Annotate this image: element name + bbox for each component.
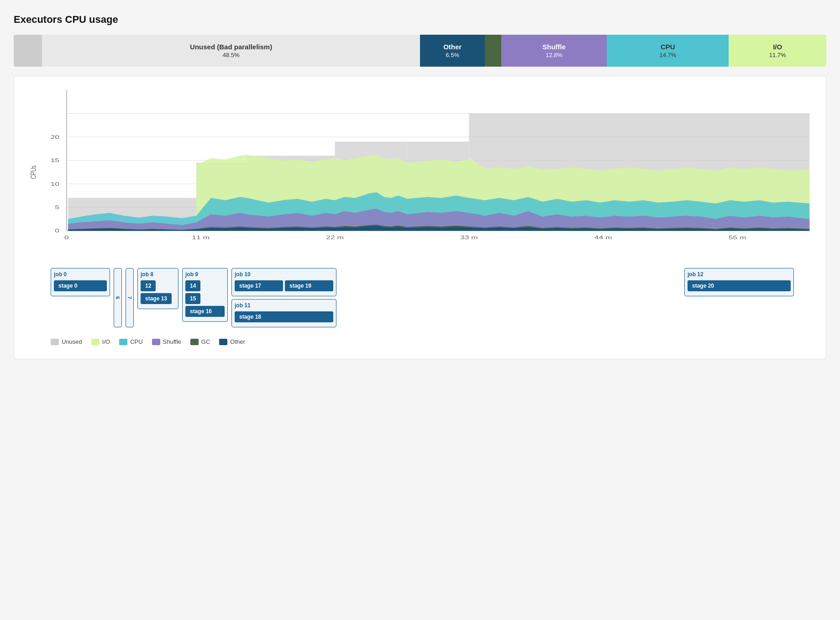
svg-text:CPUs: CPUs xyxy=(29,165,38,179)
jobs-section: job 0 stage 0 6 7 job 8 12 stage 13 job … xyxy=(23,268,817,327)
cpu-value: 14.7% xyxy=(659,52,676,58)
unused-value: 48.5% xyxy=(223,52,240,58)
svg-text:0: 0 xyxy=(55,228,59,233)
svg-text:22 m: 22 m xyxy=(326,235,344,240)
legend-unused: Unused xyxy=(51,338,82,345)
job-11-row1: stage 18 xyxy=(235,311,333,322)
shuffle-swatch xyxy=(152,339,160,345)
mini-7-label: 7 xyxy=(127,296,132,299)
svg-text:44 m: 44 m xyxy=(594,235,612,240)
job-9-row3: stage 16 xyxy=(185,306,225,317)
shuffle-value: 12.8% xyxy=(546,52,562,58)
legend-gc: GC xyxy=(190,338,210,345)
stage-0-btn[interactable]: stage 0 xyxy=(54,280,107,291)
job-box-8: job 8 12 stage 13 xyxy=(137,268,178,309)
job-12-row1: stage 20 xyxy=(688,280,791,291)
io-value: 11.7% xyxy=(769,52,786,58)
shuffle-legend-label: Shuffle xyxy=(163,338,181,345)
stage-12-btn[interactable]: 12 xyxy=(141,280,156,291)
mini-job-7: 7 xyxy=(126,268,134,327)
summary-segment-unused: Unused (Bad parallelism) 48.5% xyxy=(42,35,420,67)
svg-text:15: 15 xyxy=(51,158,59,163)
svg-text:10: 10 xyxy=(51,181,59,187)
legend: Unused I/O CPU Shuffle GC Other xyxy=(23,338,817,345)
chart-area: 0 5 10 15 20 CPUs 0 11 m 22 m 33 m 44 m … xyxy=(23,85,817,259)
unused-legend-label: Unused xyxy=(62,338,82,345)
stage-15-btn[interactable]: 15 xyxy=(185,293,200,304)
legend-shuffle: Shuffle xyxy=(152,338,181,345)
job-11-label: job 11 xyxy=(235,302,333,309)
unused-swatch xyxy=(51,339,59,345)
unused-label: Unused (Bad parallelism) xyxy=(190,43,272,51)
job-8-label: job 8 xyxy=(141,271,175,278)
summary-bar: Unused (Bad parallelism) 48.5% Other 6.5… xyxy=(14,35,826,67)
gc-legend-label: GC xyxy=(201,338,210,345)
page-title: Executors CPU usage xyxy=(14,14,826,26)
stage-19-btn[interactable]: stage 19 xyxy=(285,280,333,291)
other-legend-label: Other xyxy=(230,338,245,345)
summary-segment-cpu: CPU 14.7% xyxy=(607,35,729,67)
summary-segment-other: Other 6.5% xyxy=(420,35,485,67)
job-9-row1: 14 xyxy=(185,280,225,291)
other-value: 6.5% xyxy=(446,52,459,58)
job-0-stages: stage 0 xyxy=(54,280,107,291)
cpu-legend-label: CPU xyxy=(130,338,142,345)
stage-14-btn[interactable]: 14 xyxy=(185,280,200,291)
gc-swatch xyxy=(190,339,199,345)
cpu-label: CPU xyxy=(661,43,675,51)
shuffle-label: Shuffle xyxy=(542,43,566,51)
stage-17-btn[interactable]: stage 17 xyxy=(235,280,283,291)
stage-18-btn[interactable]: stage 18 xyxy=(235,311,333,322)
other-label: Other xyxy=(443,43,462,51)
io-label: I/O xyxy=(773,43,782,51)
job-8-row2: stage 13 xyxy=(141,293,175,304)
job-10-row1: stage 17 stage 19 xyxy=(235,280,333,291)
job-9-label: job 9 xyxy=(185,271,225,278)
other-swatch xyxy=(219,339,227,345)
stage-13-btn[interactable]: stage 13 xyxy=(141,293,172,304)
job-0-label: job 0 xyxy=(54,271,107,278)
svg-text:20: 20 xyxy=(51,134,59,140)
chart-svg: 0 5 10 15 20 CPUs 0 11 m 22 m 33 m 44 m … xyxy=(23,85,817,259)
chart-container: 0 5 10 15 20 CPUs 0 11 m 22 m 33 m 44 m … xyxy=(14,76,826,359)
svg-text:0: 0 xyxy=(64,235,69,240)
svg-text:55 m: 55 m xyxy=(729,235,746,240)
mini-job-6: 6 xyxy=(114,268,122,327)
svg-text:33 m: 33 m xyxy=(460,235,478,240)
job-8-row1: 12 xyxy=(141,280,175,291)
summary-segment-io: I/O 11.7% xyxy=(729,35,826,67)
summary-segment-swatch xyxy=(14,35,42,67)
job-10-11-group: job 10 stage 17 stage 19 job 11 stage 18 xyxy=(231,268,336,327)
mini-6-label: 6 xyxy=(115,296,121,299)
stage-16-btn[interactable]: stage 16 xyxy=(185,306,225,317)
job-12-label: job 12 xyxy=(688,271,791,278)
job-box-0: job 0 stage 0 xyxy=(51,268,110,296)
svg-text:11 m: 11 m xyxy=(192,235,210,240)
job-box-10: job 10 stage 17 stage 19 xyxy=(231,268,336,296)
job-box-11: job 11 stage 18 xyxy=(231,299,336,327)
svg-text:5: 5 xyxy=(55,205,59,210)
job-box-9: job 9 14 15 stage 16 xyxy=(182,268,228,322)
legend-other: Other xyxy=(219,338,245,345)
io-legend-label: I/O xyxy=(102,338,110,345)
cpu-swatch xyxy=(119,339,127,345)
job-9-row2: 15 xyxy=(185,293,225,304)
summary-segment-gc-swatch xyxy=(485,35,501,67)
job-10-label: job 10 xyxy=(235,271,333,278)
job-box-12: job 12 stage 20 xyxy=(684,268,794,296)
stage-20-btn[interactable]: stage 20 xyxy=(688,280,791,291)
summary-segment-shuffle: Shuffle 12.8% xyxy=(501,35,607,67)
io-swatch xyxy=(91,339,100,345)
legend-io: I/O xyxy=(91,338,110,345)
legend-cpu: CPU xyxy=(119,338,142,345)
